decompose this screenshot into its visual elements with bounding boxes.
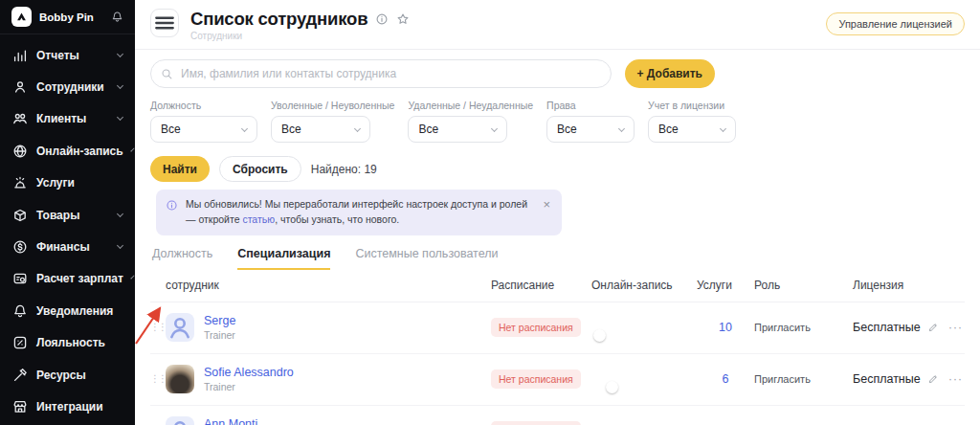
filter-deleted-select[interactable]: Все — [408, 116, 507, 143]
employee-name-link[interactable]: Sofie Alessandro — [204, 366, 294, 379]
filter-license: Учет в лицензии Все — [648, 100, 736, 143]
sidebar-item-online-booking[interactable]: Онлайн-запись — [0, 135, 135, 167]
drag-handle-icon[interactable]: ⋮⋮ — [150, 323, 166, 332]
reset-button[interactable]: Сбросить — [219, 156, 301, 182]
filter-dismissed: Уволенные / Неуволенные Все — [271, 100, 394, 143]
col-employee: сотрудник — [166, 279, 491, 292]
chevron-down-icon — [241, 124, 248, 131]
sidebar-item-reports[interactable]: Отчеты — [0, 39, 135, 71]
table-row: ⋮⋮ Ann MontiAdmin Нет расписания 51 Приг… — [150, 406, 965, 425]
sidebar-nav: Отчеты Сотрудники Клиенты Онлайн-запись … — [0, 34, 135, 423]
filter-value: Все — [161, 123, 181, 136]
notifications-bell-icon[interactable] — [111, 11, 123, 23]
filter-label: Удаленные / Неудаленные — [408, 100, 533, 111]
filter-label: Права — [546, 100, 635, 111]
schedule-badge: Нет расписания — [491, 369, 581, 389]
row-menu-icon[interactable]: ··· — [948, 321, 965, 334]
sidebar-item-finance[interactable]: Финансы — [0, 231, 135, 262]
sidebar-item-label: Онлайн-запись — [36, 145, 123, 158]
invite-link[interactable]: Пригласить — [754, 373, 853, 385]
col-schedule: Расписание — [491, 279, 591, 292]
info-icon[interactable] — [375, 12, 389, 26]
sidebar-item-employees[interactable]: Сотрудники — [0, 71, 135, 102]
avatar — [166, 416, 194, 425]
table-row: ⋮⋮ SergeTrainer Нет расписания 10 Пригла… — [150, 302, 965, 354]
page-title: Список сотрудников — [190, 9, 368, 30]
sidebar-item-goods[interactable]: Товары — [0, 199, 135, 231]
sidebar-item-label: Ресурсы — [36, 369, 86, 382]
people-icon — [12, 111, 28, 126]
sidebar-item-label: Отчеты — [36, 49, 79, 62]
tab-system-users[interactable]: Системные пользователи — [355, 247, 498, 270]
sidebar-item-clients[interactable]: Клиенты — [0, 103, 135, 135]
chevron-down-icon — [117, 114, 123, 121]
banner-article-link[interactable]: статью — [242, 213, 275, 225]
sidebar-item-label: Услуги — [36, 176, 75, 190]
employee-name-link[interactable]: Serge — [204, 314, 235, 327]
star-favorite-icon[interactable] — [396, 12, 410, 26]
table-row: ⋮⋮ Sofie AlessandroTrainer Нет расписани… — [150, 354, 965, 406]
filter-value: Все — [418, 123, 438, 136]
col-license: Лицензия — [853, 279, 948, 292]
avatar-photo — [166, 365, 194, 393]
avatar — [166, 313, 194, 342]
results-count: Найдено: 19 — [311, 163, 377, 176]
filter-position-select[interactable]: Все — [150, 116, 257, 143]
filter-label: Учет в лицензии — [648, 100, 736, 111]
sidebar-item-notifications[interactable]: Уведомления — [0, 295, 135, 326]
dollar-circle-icon — [12, 239, 28, 255]
filter-rights-select[interactable]: Все — [546, 116, 635, 143]
filter-value: Все — [281, 123, 301, 136]
filter-license-select[interactable]: Все — [648, 116, 736, 143]
chart-icon — [12, 48, 28, 63]
sidebar-item-loyalty[interactable]: Лояльность — [0, 327, 135, 359]
tab-position[interactable]: Должность — [152, 247, 212, 270]
services-count-link[interactable]: 10 — [697, 321, 754, 334]
hammer-icon — [12, 368, 28, 383]
filter-deleted: Удаленные / Неудаленные Все — [408, 100, 533, 143]
sidebar-item-label: Клиенты — [36, 112, 86, 125]
sidebar-item-payroll[interactable]: Расчет зарплат — [0, 263, 135, 295]
brand-name: Bobby Pin — [39, 11, 94, 23]
close-icon[interactable]: × — [541, 197, 552, 228]
search-input[interactable] — [150, 59, 612, 88]
sidebar-item-label: Товары — [36, 209, 79, 222]
sidebar-item-services[interactable]: Услуги — [0, 168, 135, 199]
add-employee-button[interactable]: + Добавить — [625, 59, 715, 88]
drag-handle-icon[interactable]: ⋮⋮ — [150, 374, 166, 384]
license-management-button[interactable]: Управление лицензией — [826, 12, 965, 35]
row-menu-icon[interactable]: ··· — [948, 372, 965, 386]
update-banner: Мы обновились! Мы переработали интерфейс… — [156, 190, 562, 235]
sidebar-item-resources[interactable]: Ресурсы — [0, 359, 135, 391]
edit-pencil-icon[interactable] — [927, 373, 939, 385]
find-button[interactable]: Найти — [150, 156, 210, 182]
chevron-down-icon — [354, 124, 361, 131]
banner-text: Мы обновились! Мы переработали интерфейс… — [186, 197, 533, 228]
brand-logo-icon — [11, 7, 32, 27]
filter-label: Уволенные / Неуволенные — [271, 100, 394, 111]
services-count-link[interactable]: 6 — [697, 372, 754, 386]
table-header: сотрудник Расписание Онлайн-запись Услуг… — [150, 270, 965, 302]
sidebar-item-integrations[interactable]: Интеграции — [0, 391, 135, 422]
filter-position: Должность Все — [150, 100, 257, 143]
search-row: + Добавить — [150, 59, 715, 88]
sidebar-item-label: Лояльность — [36, 336, 105, 349]
col-role: Роль — [754, 279, 853, 292]
sidebar-item-label: Интеграции — [36, 400, 103, 414]
breadcrumb: Сотрудники — [190, 31, 410, 41]
search-icon — [161, 67, 173, 79]
schedule-badge: Нет расписания — [491, 421, 581, 425]
employee-name-link[interactable]: Ann Monti — [204, 417, 257, 425]
filter-value: Все — [658, 123, 679, 136]
filter-rights: Права Все — [546, 100, 635, 143]
tab-specialization[interactable]: Специализация — [237, 247, 330, 270]
chevron-down-icon — [130, 276, 134, 280]
edit-pencil-icon[interactable] — [927, 322, 939, 333]
invite-link[interactable]: Пригласить — [754, 322, 853, 333]
app-window: Bobby Pin Отчеты Сотрудники Клиенты Онла… — [0, 0, 980, 425]
actions-row: Найти Сбросить Найдено: 19 — [150, 156, 965, 182]
filter-dismissed-select[interactable]: Все — [271, 116, 370, 143]
hamburger-menu-button[interactable] — [150, 9, 179, 37]
box-icon — [12, 208, 28, 223]
chevron-down-icon — [117, 242, 123, 249]
